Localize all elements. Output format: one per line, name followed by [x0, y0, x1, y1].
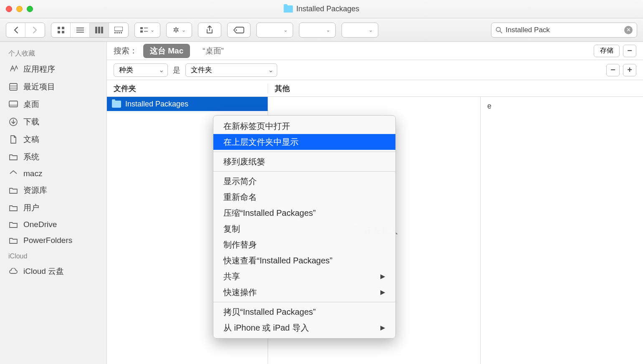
ctx-open-new-tab[interactable]: 在新标签页中打开	[213, 118, 395, 134]
ctx-make-alias[interactable]: 制作替身	[213, 237, 395, 253]
svg-rect-9	[101, 27, 103, 33]
sidebar-item-documents[interactable]: 文稿	[0, 131, 106, 148]
sidebar-item-system[interactable]: 系统	[0, 148, 106, 166]
ctx-show-in-enclosing[interactable]: 在上层文件夹中显示	[213, 134, 395, 150]
sidebar-item-home[interactable]: macz	[0, 166, 106, 182]
scope-desktop[interactable]: “桌面”	[196, 44, 230, 58]
submenu-arrow-icon: ▶	[380, 324, 385, 331]
column-view-button[interactable]	[90, 23, 109, 37]
sidebar-item-recents[interactable]: 最近项目	[0, 78, 106, 96]
search-scope-row: 搜索： 这台 Mac “桌面” 存储 −	[107, 42, 643, 60]
share-icon	[206, 25, 213, 35]
ctx-quick-look[interactable]: 快速查看“Installed Packages”	[213, 253, 395, 268]
nav-buttons	[6, 23, 45, 38]
home-icon	[8, 169, 18, 178]
svg-rect-22	[10, 83, 17, 90]
column-header-other[interactable]: 其他	[268, 83, 643, 94]
list-view-button[interactable]	[71, 23, 90, 37]
svg-rect-12	[116, 32, 118, 33]
tag-icon	[233, 26, 244, 34]
share-button[interactable]	[198, 23, 221, 38]
minimize-window-button[interactable]	[16, 6, 23, 12]
filter-is-label: 是	[173, 65, 180, 75]
forward-button[interactable]	[25, 23, 45, 37]
svg-rect-13	[119, 32, 120, 33]
ctx-rename[interactable]: 重新命名	[213, 189, 395, 205]
sidebar: 个人收藏 应用程序 最近项目 桌面 下载 文稿 系统 macz 资源库 用户 O…	[0, 42, 107, 364]
svg-rect-8	[98, 27, 100, 33]
search-input[interactable]	[506, 26, 621, 34]
scope-this-mac[interactable]: 这台 Mac	[143, 44, 190, 58]
tag-button[interactable]	[227, 23, 251, 38]
group-button[interactable]: ⌄	[135, 23, 160, 37]
sidebar-section-favorites: 个人收藏	[0, 45, 106, 61]
dropdown-3[interactable]: ⌄	[342, 23, 378, 38]
ctx-share[interactable]: 共享▶	[213, 268, 395, 284]
maximize-window-button[interactable]	[27, 6, 33, 12]
svg-rect-14	[121, 32, 122, 33]
ctx-compress[interactable]: 压缩“Installed Packages”	[213, 205, 395, 221]
sidebar-item-downloads[interactable]: 下载	[0, 113, 106, 131]
window-controls	[6, 6, 33, 12]
sidebar-item-icloud-drive[interactable]: iCloud 云盘	[0, 263, 106, 280]
close-window-button[interactable]	[6, 6, 12, 12]
column-headers: 文件夹 其他	[107, 80, 643, 97]
filter-remove-button[interactable]: −	[606, 64, 620, 76]
documents-icon	[8, 135, 18, 144]
action-button[interactable]: ✲⌄	[167, 23, 192, 37]
sidebar-item-library[interactable]: 资源库	[0, 182, 106, 199]
gear-icon: ✲	[173, 25, 179, 35]
window-title: Installed Packages	[284, 5, 359, 13]
svg-rect-16	[140, 30, 143, 33]
icon-view-button[interactable]	[51, 23, 71, 37]
save-search-button[interactable]: 存储	[594, 45, 620, 57]
column-header-folder[interactable]: 文件夹	[107, 83, 268, 94]
clear-search-button[interactable]: ✕	[624, 26, 633, 34]
sidebar-item-applications[interactable]: 应用程序	[0, 61, 106, 78]
svg-rect-25	[9, 101, 18, 107]
applications-icon	[8, 65, 18, 74]
folder-icon	[8, 220, 18, 229]
filter-value[interactable]: 文件夹	[185, 63, 277, 77]
dropdown-2[interactable]: ⌄	[299, 23, 336, 38]
ctx-get-info[interactable]: 显示简介	[213, 173, 395, 189]
sidebar-item-desktop[interactable]: 桌面	[0, 96, 106, 113]
remove-filter-button[interactable]: −	[623, 45, 636, 57]
sidebar-section-icloud: iCloud	[0, 248, 106, 263]
folder-icon	[284, 5, 293, 13]
submenu-arrow-icon: ▶	[380, 288, 385, 296]
desktop-icon	[8, 100, 18, 109]
svg-rect-11	[114, 32, 116, 33]
sidebar-item-users[interactable]: 用户	[0, 199, 106, 217]
filter-add-button[interactable]: +	[623, 64, 636, 76]
ctx-import-iphone[interactable]: 从 iPhone 或 iPad 导入▶	[213, 320, 395, 336]
search-icon	[496, 27, 502, 33]
gallery-view-button[interactable]	[109, 23, 128, 37]
sidebar-item-onedrive[interactable]: OneDrive	[0, 217, 106, 233]
folder-icon	[8, 186, 18, 195]
view-buttons	[51, 23, 129, 38]
sidebar-item-powerfolders[interactable]: PowerFolders	[0, 233, 106, 248]
dropdown-1[interactable]: ⌄	[256, 23, 293, 38]
titlebar: Installed Packages	[0, 0, 643, 18]
submenu-arrow-icon: ▶	[380, 273, 385, 280]
file-name: Installed Packages	[125, 100, 188, 109]
svg-rect-7	[95, 27, 97, 33]
filter-row: 种类 是 文件夹 − +	[107, 60, 643, 80]
ctx-quick-actions[interactable]: 快速操作▶	[213, 284, 395, 300]
cloud-icon	[8, 267, 18, 276]
svg-rect-0	[58, 27, 60, 29]
ctx-move-to-trash[interactable]: 移到废纸篓	[213, 154, 395, 169]
back-button[interactable]	[6, 23, 25, 37]
svg-line-21	[500, 31, 502, 33]
file-row-selected[interactable]: Installed Packages	[107, 97, 268, 111]
filter-attribute[interactable]: 种类	[114, 63, 168, 77]
ctx-duplicate[interactable]: 复制	[213, 221, 395, 237]
ctx-copy[interactable]: 拷贝“Installed Packages”	[213, 304, 395, 320]
search-box[interactable]: ✕	[491, 23, 637, 38]
folder-icon	[8, 203, 18, 212]
svg-rect-2	[58, 31, 60, 33]
window-title-text: Installed Packages	[296, 5, 359, 13]
recent-icon	[8, 82, 18, 91]
downloads-icon	[8, 117, 18, 126]
